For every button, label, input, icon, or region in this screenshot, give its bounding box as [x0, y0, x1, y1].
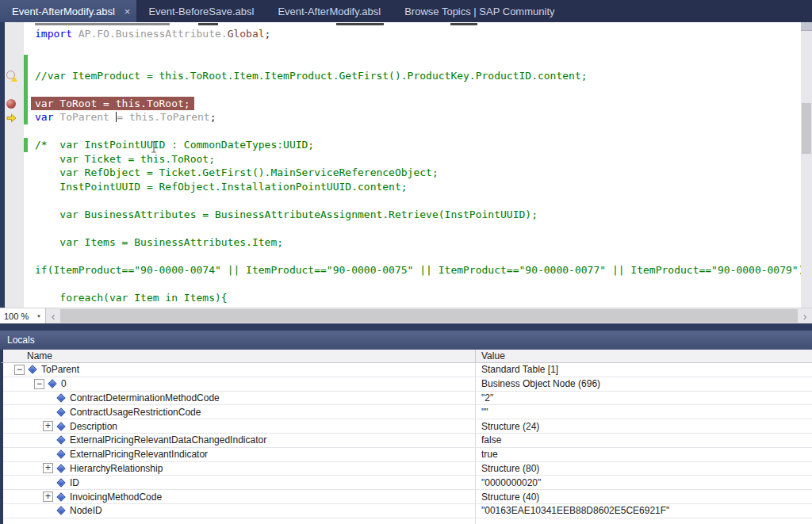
row-name: 0	[61, 378, 67, 389]
row-name-cell: NodeID	[3, 504, 476, 518]
table-row[interactable]: −0Business Object Node (696)	[3, 377, 812, 392]
code-gutter[interactable]	[0, 249, 24, 263]
code-lines[interactable]: import AP.FO.BusinessAttribute.Global;//…	[0, 22, 812, 304]
breakpoint-icon[interactable]	[6, 98, 16, 109]
code-line[interactable]: var RefObject = Ticket.GetFirst().MainSe…	[0, 166, 812, 180]
code-gutter[interactable]	[0, 193, 24, 208]
scroll-left-arrow-icon[interactable]: ‹	[46, 308, 60, 323]
table-row[interactable]: NodeID"00163EAE10341EEB88D8602E5CE6921F"	[3, 504, 812, 518]
code-line[interactable]: var Ticket = this.ToRoot;	[0, 152, 812, 166]
field-diamond-icon	[56, 450, 65, 459]
row-name-cell: +Description	[3, 419, 476, 433]
code-line[interactable]: var Items = BusinessAttributes.Item;	[0, 235, 812, 250]
code-gutter[interactable]	[0, 138, 24, 152]
scroll-right-arrow-icon[interactable]: ›	[798, 308, 812, 323]
clipped-line-decoration	[198, 23, 218, 25]
table-row[interactable]: ID"0000000020"	[3, 476, 812, 490]
expander-icon[interactable]: −	[34, 379, 44, 389]
change-bar	[24, 249, 31, 263]
search-warning-icon	[6, 71, 17, 82]
code-line[interactable]: foreach(var Item in Items){	[0, 291, 812, 305]
code-text: import AP.FO.BusinessAttribute.Global;	[31, 27, 274, 41]
column-header-value[interactable]: Value	[476, 350, 812, 362]
expander-icon[interactable]: +	[43, 421, 53, 431]
tab-close-icon[interactable]: ×	[124, 6, 131, 17]
code-gutter[interactable]	[0, 208, 24, 222]
table-row[interactable]: ExternalPricingRelevantDataChangedIndica…	[3, 434, 812, 448]
table-row[interactable]: +DescriptionStructure (24)	[3, 419, 812, 434]
code-line[interactable]: import AP.FO.BusinessAttribute.Global;	[0, 27, 812, 41]
field-diamond-icon	[56, 464, 65, 472]
row-value: Structure (24)	[476, 419, 812, 433]
code-line[interactable]: var ToRoot = this.ToRoot;	[0, 97, 812, 111]
code-gutter[interactable]	[0, 291, 24, 305]
table-row[interactable]: −ToParentStandard Table [1]	[3, 363, 812, 377]
tab-event-aftermodify-absl[interactable]: Event-AfterModify.absl×	[0, 0, 136, 22]
code-line[interactable]: var ToParent = this.ToParent;	[0, 110, 812, 124]
row-value: Structure (80)	[476, 462, 812, 476]
code-gutter[interactable]	[0, 27, 24, 41]
tab-event-aftermodify-absl[interactable]: Event-AfterModify.absl	[266, 0, 393, 22]
change-bar	[24, 124, 31, 139]
field-diamond-icon	[56, 393, 65, 402]
code-line[interactable]: /* var InstPointUUID : CommonDateTypes:U…	[0, 138, 812, 152]
code-editor[interactable]: import AP.FO.BusinessAttribute.Global;//…	[0, 22, 812, 308]
code-line[interactable]	[0, 221, 812, 235]
code-line[interactable]	[0, 124, 812, 139]
scrollbar-split-grip[interactable]	[801, 22, 812, 31]
editor-vertical-scrollbar[interactable]	[801, 22, 812, 308]
expander-icon[interactable]: −	[14, 365, 25, 375]
zoom-dropdown[interactable]: 100 % ▼	[0, 308, 46, 323]
table-row[interactable]: +HierarchyRelationshipStructure (80)	[3, 462, 812, 476]
field-diamond-icon	[28, 365, 36, 374]
clipped-line-decoration	[35, 23, 170, 25]
row-value: ""	[476, 405, 812, 419]
row-name: ExternalPricingRelevantDataChangedIndica…	[70, 434, 266, 446]
vertical-scrollbar-thumb[interactable]	[802, 103, 811, 154]
code-line[interactable]	[0, 82, 812, 97]
code-gutter[interactable]	[0, 124, 24, 139]
tab-bar: Event-AfterModify.absl×Event-BeforeSave.…	[0, 0, 812, 22]
code-gutter[interactable]	[0, 97, 24, 111]
code-gutter[interactable]	[0, 69, 24, 83]
change-bar	[24, 180, 31, 194]
table-row[interactable]: ExternalPricingRelevantIndicatortrue	[3, 448, 812, 462]
code-gutter[interactable]	[0, 180, 24, 194]
expander-icon[interactable]: +	[43, 491, 53, 502]
code-text: if(ItemProduct=="90-0000-0074" || ItemPr…	[31, 263, 812, 277]
code-line[interactable]: InstPointUUID = RefObject.InstallationPo…	[0, 180, 812, 194]
code-text: var ToRoot = this.ToRoot;	[31, 97, 194, 111]
breakpoint-dot	[6, 99, 16, 109]
expander-icon[interactable]: +	[43, 463, 53, 473]
code-line[interactable]	[0, 277, 812, 291]
horizontal-scrollbar-track[interactable]	[60, 309, 798, 323]
code-line[interactable]	[0, 41, 812, 55]
table-row[interactable]: +InvoicingMethodCodeStructure (40)	[3, 490, 812, 504]
code-gutter[interactable]	[0, 221, 24, 235]
code-gutter[interactable]	[0, 82, 24, 97]
code-token: ;	[210, 111, 216, 123]
code-token: var	[35, 111, 53, 123]
code-gutter[interactable]	[0, 166, 24, 180]
code-gutter[interactable]	[0, 110, 24, 124]
tab-browse-topics-sap-community[interactable]: Browse Topics | SAP Community	[393, 0, 566, 22]
code-gutter[interactable]	[0, 235, 24, 250]
panel-splitter[interactable]	[0, 323, 812, 331]
code-gutter[interactable]	[0, 55, 24, 69]
code-line[interactable]: //var ItemProduct = this.ToRoot.Item.Ite…	[0, 69, 812, 83]
code-line[interactable]	[0, 55, 812, 69]
column-header-name[interactable]: Name	[3, 350, 476, 362]
table-row[interactable]: ContractUsageRestrictionCode""	[3, 405, 812, 419]
table-row[interactable]: ContractDeterminationMethodCode"2"	[3, 392, 812, 406]
code-gutter[interactable]	[0, 263, 24, 277]
code-text: var BusinessAttributes = BusinessAttribu…	[31, 208, 542, 222]
code-gutter[interactable]	[0, 277, 24, 291]
code-line[interactable]: if(ItemProduct=="90-0000-0074" || ItemPr…	[0, 263, 812, 277]
code-gutter[interactable]	[0, 41, 24, 55]
code-line[interactable]: var BusinessAttributes = BusinessAttribu…	[0, 208, 812, 222]
code-text: var Items = BusinessAttributes.Item;	[31, 235, 287, 250]
code-gutter[interactable]	[0, 152, 24, 166]
code-line[interactable]	[0, 249, 812, 263]
code-line[interactable]	[0, 193, 812, 208]
tab-event-beforesave-absl[interactable]: Event-BeforeSave.absl	[136, 0, 266, 22]
